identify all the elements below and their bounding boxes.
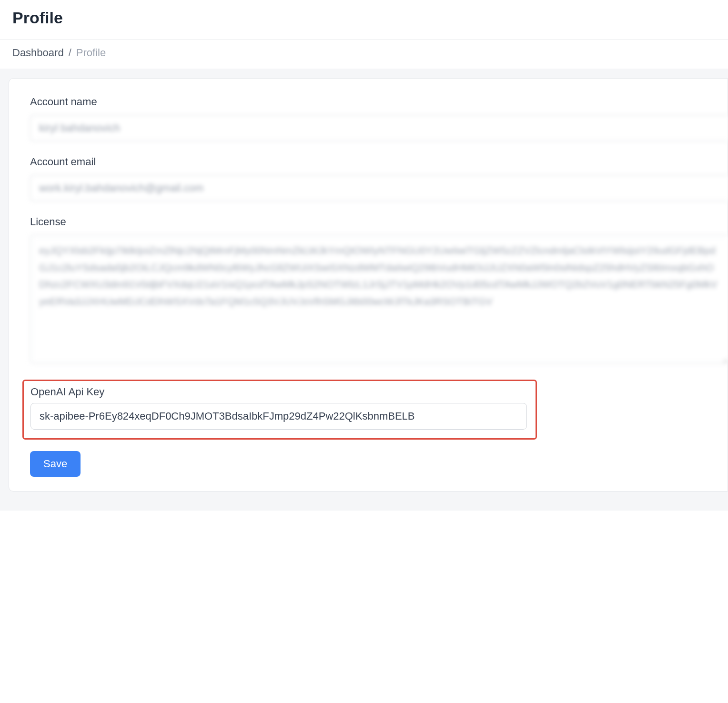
breadcrumb-separator: / (69, 47, 71, 59)
breadcrumb-current: Profile (76, 47, 106, 59)
license-textarea[interactable]: eyJQYXlsb2FkIjp7IklkIjoiZmZlNjc2NjQtMmFj… (30, 235, 728, 363)
account-name-label: Account name (30, 96, 728, 108)
openai-api-key-input[interactable] (30, 403, 527, 430)
page-title: Profile (12, 9, 716, 27)
breadcrumb: Dashboard / Profile (0, 40, 728, 69)
license-label: License (30, 216, 728, 228)
header: Profile (0, 0, 728, 40)
content-area: Account name Account email License eyJQY… (0, 69, 728, 511)
openai-api-key-label: OpenAI Api Key (30, 386, 527, 398)
license-field-group: License eyJQYXlsb2FkIjp7IklkIjoiZmZlNjc2… (30, 216, 728, 365)
account-email-field-group: Account email (30, 156, 728, 201)
breadcrumb-parent-link[interactable]: Dashboard (12, 47, 64, 59)
account-email-input[interactable] (30, 175, 728, 201)
account-name-input[interactable] (30, 115, 728, 141)
profile-card: Account name Account email License eyJQY… (9, 78, 728, 492)
save-button[interactable]: Save (30, 451, 81, 477)
account-email-label: Account email (30, 156, 728, 168)
account-name-field-group: Account name (30, 96, 728, 141)
openai-api-key-highlight: OpenAI Api Key (22, 380, 537, 440)
